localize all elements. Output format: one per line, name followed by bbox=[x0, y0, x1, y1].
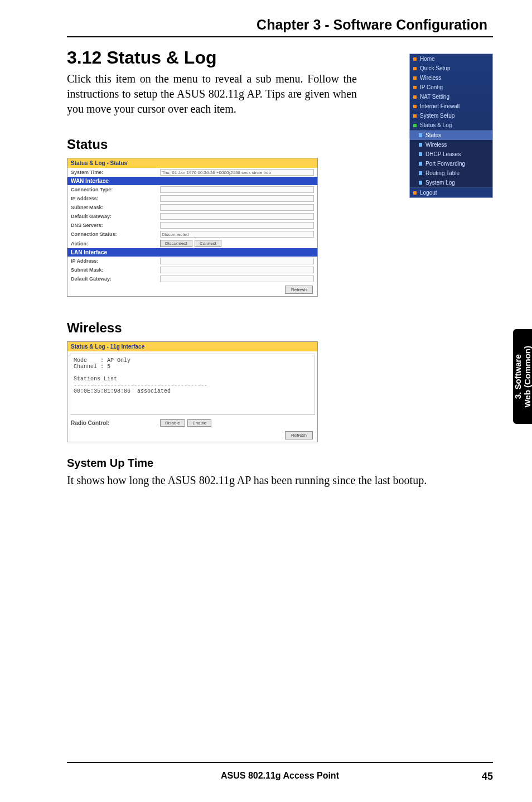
menu-internet-firewall[interactable]: Internet Firewall bbox=[410, 102, 492, 111]
section-wan-interface: WAN Interface bbox=[67, 177, 317, 185]
wireless-panel: Status & Log - 11g Interface Mode : AP O… bbox=[67, 341, 318, 442]
value-default-gateway-lan bbox=[160, 276, 314, 282]
value-default-gateway-wan bbox=[160, 213, 314, 220]
system-uptime-heading: System Up Time bbox=[67, 457, 493, 470]
status-panel-footer: Refresh bbox=[67, 283, 317, 296]
side-tab-line1: 3. Software bbox=[513, 354, 523, 399]
side-tab: 3. Software Web (Common) bbox=[513, 329, 532, 424]
label-subnet-mask-wan: Subnet Mask: bbox=[71, 205, 160, 210]
side-tab-line2: Web (Common) bbox=[523, 346, 532, 408]
label-ip-address-wan: IP Address: bbox=[71, 196, 160, 201]
menu-system-setup[interactable]: System Setup bbox=[410, 111, 492, 120]
label-dns-servers: DNS Servers: bbox=[71, 223, 160, 228]
disable-button[interactable]: Disable bbox=[160, 419, 185, 427]
submenu-status[interactable]: Status bbox=[410, 131, 492, 140]
label-subnet-mask-lan: Subnet Mask: bbox=[71, 267, 160, 273]
wireless-text-area: Mode : AP Only Channel : 5 Stations List… bbox=[70, 354, 315, 415]
wireless-panel-title: Status & Log - 11g Interface bbox=[67, 342, 317, 351]
submenu-wireless[interactable]: Wireless bbox=[410, 140, 492, 149]
menu-home[interactable]: Home bbox=[410, 54, 492, 64]
label-connection-status: Connection Status: bbox=[71, 231, 160, 237]
divider-top bbox=[67, 36, 493, 37]
menu-quick-setup[interactable]: Quick Setup bbox=[410, 64, 492, 73]
footer-product: ASUS 802.11g Access Point bbox=[221, 771, 339, 781]
sidebar-menu: Home Quick Setup Wireless IP Config NAT … bbox=[409, 54, 493, 198]
status-panel: Status & Log - Status System Time: Thu, … bbox=[67, 158, 318, 297]
submenu-routing-table[interactable]: Routing Table bbox=[410, 168, 492, 178]
page-footer: ASUS 802.11g Access Point 45 bbox=[67, 771, 493, 781]
menu-ip-config[interactable]: IP Config bbox=[410, 83, 492, 92]
wireless-panel-footer: Refresh bbox=[67, 429, 317, 442]
menu-nat-setting[interactable]: NAT Setting bbox=[410, 92, 492, 102]
section-lan-interface: LAN Interface bbox=[67, 248, 317, 257]
value-connection-status: Disconnected bbox=[160, 231, 314, 238]
submenu: Status Wireless DHCP Leases Port Forward… bbox=[410, 130, 492, 188]
chapter-title: Chapter 3 - Software Configuration bbox=[67, 17, 493, 33]
label-default-gateway-wan: Default Gateway: bbox=[71, 214, 160, 219]
station-entry: 00:0E:35:81:98:86 associated bbox=[74, 388, 171, 394]
value-subnet-mask-lan bbox=[160, 267, 314, 273]
label-default-gateway-lan: Default Gateway: bbox=[71, 276, 160, 282]
label-system-time: System Time: bbox=[71, 170, 160, 175]
enable-button[interactable]: Enable bbox=[187, 419, 211, 427]
label-ip-address-lan: IP Address: bbox=[71, 258, 160, 264]
stations-list-label: Stations List bbox=[74, 376, 117, 382]
status-refresh-button[interactable]: Refresh bbox=[285, 286, 313, 294]
value-ip-address-wan bbox=[160, 195, 314, 202]
stations-list-divider: ---------------------------------------- bbox=[74, 382, 207, 388]
menu-status-log[interactable]: Status & Log bbox=[410, 120, 492, 130]
value-system-time: Thu, 01 Jan 1970 00:36:36 +0000(2186 sec… bbox=[160, 169, 314, 176]
wireless-refresh-button[interactable]: Refresh bbox=[285, 431, 313, 439]
value-connection-type bbox=[160, 186, 314, 193]
disconnect-button[interactable]: Disconnect bbox=[160, 240, 192, 247]
wireless-mode-line: Mode : AP Only bbox=[74, 357, 130, 364]
divider-bottom bbox=[67, 762, 493, 763]
submenu-port-forwarding[interactable]: Port Forwarding bbox=[410, 159, 492, 168]
status-panel-title: Status & Log - Status bbox=[67, 158, 317, 168]
submenu-system-log[interactable]: System Log bbox=[410, 178, 492, 187]
label-action: Action: bbox=[71, 241, 160, 247]
value-subnet-mask-wan bbox=[160, 204, 314, 211]
value-dns-servers bbox=[160, 222, 314, 229]
submenu-dhcp-leases[interactable]: DHCP Leases bbox=[410, 149, 492, 159]
wireless-channel-line: Channel : 5 bbox=[74, 364, 110, 370]
system-uptime-text: It shows how long the ASUS 802.11g AP ha… bbox=[67, 473, 493, 488]
connect-button[interactable]: Connect bbox=[195, 240, 221, 247]
footer-page-number: 45 bbox=[482, 771, 493, 782]
menu-logout[interactable]: Logout bbox=[410, 188, 492, 197]
value-ip-address-lan bbox=[160, 258, 314, 264]
label-radio-control: Radio Control: bbox=[71, 420, 160, 426]
wireless-heading: Wireless bbox=[67, 320, 493, 336]
menu-wireless[interactable]: Wireless bbox=[410, 73, 492, 83]
intro-paragraph: Click this item on the menu to reveal a … bbox=[67, 71, 357, 117]
label-connection-type: Connection Type: bbox=[71, 187, 160, 192]
row-system-time: System Time: Thu, 01 Jan 1970 00:36:36 +… bbox=[67, 168, 317, 177]
